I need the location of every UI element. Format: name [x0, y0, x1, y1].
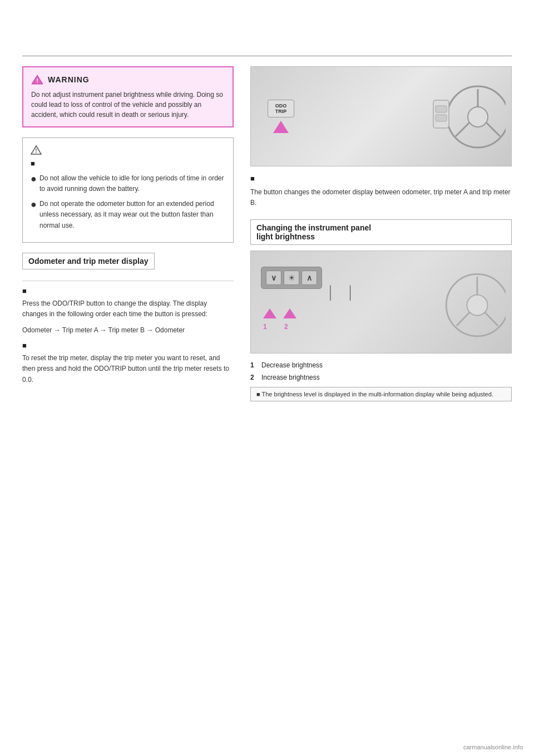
caution-triangle-icon: ! — [31, 145, 42, 155]
page-container: ! WARNING Do not adjust instrument panel… — [0, 0, 534, 756]
right-column: ODOTRIP ■ — [250, 66, 512, 401]
svg-rect-9 — [433, 100, 449, 128]
odo-trip-button-area: ODOTRIP — [268, 100, 294, 133]
odometer-heading-box: Odometer and trip meter display — [22, 253, 155, 269]
bottom-note-box: ■ The brightness level is displayed in t… — [250, 387, 512, 401]
numbered-item-1: 1 Decrease brightness — [250, 360, 512, 370]
odometer-heading: Odometer and trip meter display — [28, 257, 149, 266]
caution-bullet-1: ● Do not allow the vehicle to idle for l… — [31, 173, 225, 194]
odo-section-mark-2: ■ — [22, 341, 234, 350]
brightness-heading-text: Changing the instrument panel light brig… — [256, 223, 371, 241]
odo-trip-image: ODOTRIP — [250, 66, 512, 166]
odo-body-3: To reset the trip meter, display the tri… — [22, 353, 234, 385]
warning-title: WARNING — [48, 75, 90, 84]
svg-text:!: ! — [36, 77, 38, 84]
svg-text:!: ! — [35, 148, 37, 154]
steering-wheel-svg — [428, 72, 506, 161]
main-content: ! WARNING Do not adjust instrument panel… — [22, 66, 512, 401]
odo-section-mark-1: ■ — [22, 287, 234, 295]
svg-rect-11 — [436, 115, 447, 121]
left-column: ! WARNING Do not adjust instrument panel… — [22, 66, 234, 401]
top-rule — [22, 56, 512, 56]
warning-box: ! WARNING Do not adjust instrument panel… — [22, 66, 234, 127]
caution-box: ! ■ ● Do not allow the vehicle to idle f… — [22, 138, 234, 243]
odo-body-2: Odometer → Trip meter A → Trip meter B →… — [22, 325, 234, 336]
item-desc-2: Increase brightness — [261, 372, 320, 382]
item-number-1: 1 — [250, 360, 258, 370]
warning-triangle-icon: ! — [31, 74, 43, 85]
caution-header: ! — [31, 145, 225, 155]
watermark: carmanualsonline.info — [463, 744, 523, 750]
brightness-heading: Changing the instrument panel light brig… — [256, 223, 371, 241]
caution-bullet-1-text: Do not allow the vehicle to idle for lon… — [39, 173, 225, 194]
connector-lines-svg — [251, 251, 511, 353]
svg-rect-10 — [436, 106, 447, 112]
caution-bullet-2-text: Do not operate the odometer button for a… — [39, 199, 225, 231]
odo-trip-button: ODOTRIP — [268, 100, 294, 117]
pink-arrow-odo — [273, 121, 289, 133]
warning-header: ! WARNING — [31, 74, 225, 85]
bottom-note-text: ■ The brightness level is displayed in t… — [256, 391, 506, 397]
caution-intro-mark: ■ — [31, 158, 225, 170]
warning-text: Do not adjust instrument panel brightnes… — [31, 90, 225, 120]
bullet-dot-2: ● — [31, 199, 36, 231]
small-divider — [22, 281, 234, 281]
right-body-1: The button changes the odometer display … — [250, 187, 512, 208]
caution-bullet-2: ● Do not operate the odometer button for… — [31, 199, 225, 231]
svg-line-8 — [486, 122, 500, 136]
brightness-image: ∨ ☀ ∧ 1 2 — [250, 251, 512, 354]
item-number-2: 2 — [250, 372, 258, 382]
numbered-item-2: 2 Increase brightness — [250, 372, 512, 382]
svg-point-5 — [468, 107, 488, 127]
svg-line-7 — [456, 122, 469, 136]
odo-body-1: Press the ODO/TRIP button to change the … — [22, 298, 234, 320]
caution-content: ■ ● Do not allow the vehicle to idle for… — [31, 158, 225, 231]
right-section-mark-top: ■ — [250, 174, 512, 183]
brightness-heading-box: Changing the instrument panel light brig… — [250, 219, 512, 245]
item-desc-1: Decrease brightness — [261, 360, 323, 370]
bullet-dot-1: ● — [31, 173, 36, 194]
